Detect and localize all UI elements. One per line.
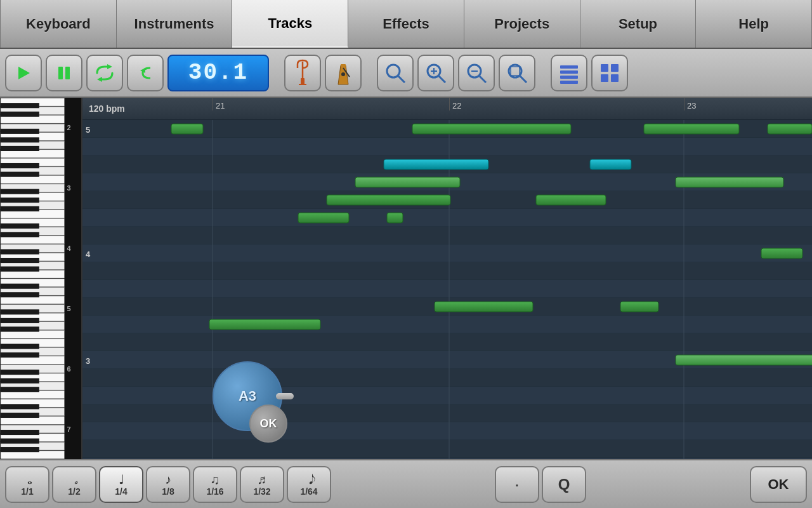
note-bubble: A3 OK <box>213 361 282 431</box>
svg-rect-8 <box>341 64 346 67</box>
tab-tracks[interactable]: Tracks <box>232 0 348 48</box>
zoom-fit-button[interactable] <box>499 55 535 91</box>
svg-rect-24 <box>560 65 578 69</box>
grid-view-button[interactable] <box>591 55 628 91</box>
bubble-handle[interactable] <box>276 393 294 399</box>
note-32nd-symbol: ♬ <box>258 473 267 486</box>
note-eighth-symbol: ♪ <box>165 473 171 486</box>
note-64th-button[interactable]: 𝅘𝅥𝅮 1/64 <box>287 466 331 503</box>
note-quarter-symbol: ♩ <box>119 473 124 486</box>
quantize-button[interactable]: Q <box>542 466 586 503</box>
tab-projects[interactable]: Projects <box>464 0 580 48</box>
back-button[interactable] <box>127 55 164 91</box>
svg-rect-1 <box>58 67 63 79</box>
svg-rect-26 <box>560 76 578 79</box>
q-label: Q <box>558 476 570 493</box>
svg-line-22 <box>520 76 527 83</box>
tab-instruments[interactable]: Instruments <box>117 0 233 48</box>
svg-marker-4 <box>97 77 102 82</box>
note-quarter-button[interactable]: ♩ 1/4 <box>99 466 143 503</box>
note-label: A3 <box>239 388 256 404</box>
bottom-bar: 𝅝 1/1 𝅗 1/2 ♩ 1/4 ♪ 1/8 ♫ 1/16 ♬ 1/32 𝅘𝅥… <box>0 459 812 508</box>
note-bubble-circle: A3 OK <box>213 361 282 431</box>
note-half-button[interactable]: 𝅗 1/2 <box>52 466 96 503</box>
position-display: 30.1 <box>167 55 269 91</box>
note-16th-button[interactable]: ♫ 1/16 <box>193 466 237 503</box>
ruler: 120 bpm 21 22 23 <box>82 98 812 120</box>
svg-point-11 <box>387 65 400 77</box>
note-eighth-button[interactable]: ♪ 1/8 <box>146 466 190 503</box>
zoom-normal-button[interactable] <box>377 55 414 91</box>
svg-point-10 <box>341 72 345 76</box>
dotted-note-button[interactable]: · <box>495 466 539 503</box>
dot-symbol: · <box>514 474 520 495</box>
svg-rect-30 <box>601 74 608 82</box>
note-quarter-frac: 1/4 <box>115 487 127 496</box>
svg-line-12 <box>398 76 405 83</box>
note-eighth-frac: 1/8 <box>162 487 174 496</box>
note-64th-frac: 1/64 <box>300 487 317 496</box>
ruler-mark-22: 22 <box>449 98 461 110</box>
svg-rect-27 <box>560 81 578 84</box>
svg-rect-31 <box>611 74 619 82</box>
tab-keyboard[interactable]: Keyboard <box>0 0 117 48</box>
tuner-button[interactable] <box>284 55 321 91</box>
piano-keyboard[interactable] <box>0 98 82 459</box>
metronome-button[interactable] <box>325 55 362 91</box>
svg-line-15 <box>439 76 445 83</box>
note-32nd-frac: 1/32 <box>253 487 270 496</box>
svg-line-19 <box>480 76 486 83</box>
tab-setup[interactable]: Setup <box>580 0 697 48</box>
svg-marker-0 <box>18 67 30 79</box>
svg-marker-3 <box>107 64 112 69</box>
bpm-label: 120 bpm <box>89 104 125 114</box>
note-32nd-button[interactable]: ♬ 1/32 <box>240 466 284 503</box>
list-view-button[interactable] <box>551 55 587 91</box>
ruler-mark-23: 23 <box>684 98 696 110</box>
svg-point-13 <box>388 66 398 76</box>
play-button[interactable] <box>5 55 42 91</box>
svg-rect-23 <box>511 67 520 76</box>
ruler-mark-21: 21 <box>213 98 225 110</box>
note-half-frac: 1/2 <box>68 487 80 496</box>
zoom-in-button[interactable] <box>417 55 454 91</box>
tracks-grid[interactable]: A3 OK <box>82 120 812 459</box>
track-area: 120 bpm 21 22 23 A3 OK <box>82 98 812 459</box>
pause-button[interactable] <box>46 55 82 91</box>
ok-button[interactable]: OK <box>750 466 807 503</box>
svg-rect-28 <box>601 64 608 72</box>
ok-bubble-button[interactable]: OK <box>249 404 287 443</box>
note-16th-frac: 1/16 <box>206 487 223 496</box>
tab-help[interactable]: Help <box>696 0 812 48</box>
svg-rect-25 <box>560 70 578 74</box>
loop-button[interactable] <box>86 55 123 91</box>
svg-rect-6 <box>301 78 304 84</box>
note-16th-symbol: ♫ <box>211 473 220 486</box>
note-whole-button[interactable]: 𝅝 1/1 <box>5 466 49 503</box>
tab-effects[interactable]: Effects <box>348 0 464 48</box>
note-whole-frac: 1/1 <box>21 487 33 496</box>
svg-rect-2 <box>65 67 70 79</box>
svg-rect-29 <box>611 64 619 72</box>
zoom-out-button[interactable] <box>458 55 495 91</box>
